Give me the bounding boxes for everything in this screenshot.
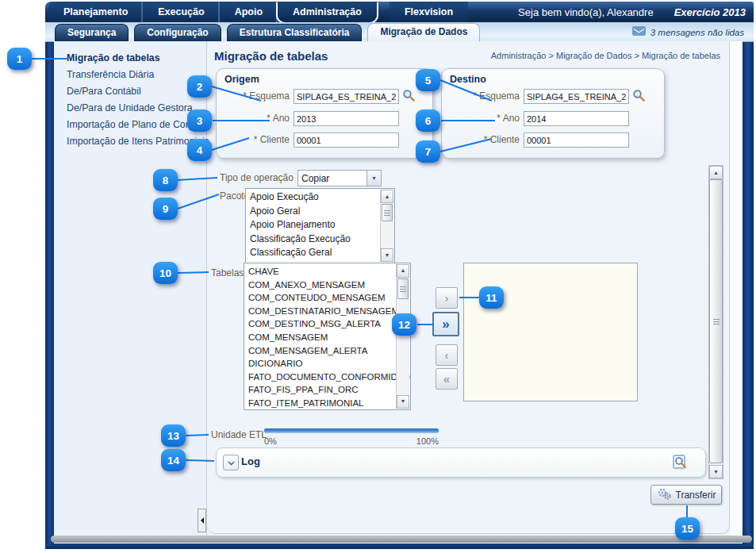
- main-scrollbar[interactable]: ▲ ▼: [708, 165, 723, 479]
- annotation-badge: 3: [187, 109, 212, 132]
- list-item[interactable]: Apoio Execução: [246, 190, 394, 205]
- list-item[interactable]: COM_DESTINATARIO_MENSAGEM: [244, 305, 410, 318]
- breadcrumb: Administração > Migração de Dados > Migr…: [444, 51, 720, 60]
- destino-cliente-label: * Cliente: [442, 134, 520, 145]
- dropdown-arrow-icon[interactable]: ▼: [366, 171, 381, 186]
- unidade-etl-label: Unidade ETL: [211, 429, 267, 440]
- tipo-operacao-select[interactable]: Copiar ▼: [297, 170, 382, 186]
- annotation-badge: 9: [153, 198, 178, 220]
- sidebar-item-depara-unidade-gestora[interactable]: De/Para de Unidade Gestora: [67, 102, 193, 113]
- tab-apoio[interactable]: Apoio: [220, 2, 278, 22]
- destino-ano-input[interactable]: [524, 111, 629, 126]
- tab-configuracao[interactable]: Configuração: [134, 24, 221, 41]
- chevron-down-icon: [228, 457, 235, 468]
- destino-esquema-search-icon[interactable]: [632, 89, 646, 102]
- annotation-badge: 7: [416, 140, 440, 163]
- transferir-label: Transferir: [676, 490, 716, 501]
- tab-execucao[interactable]: Execução: [143, 2, 219, 22]
- list-item[interactable]: COM_DESTINO_MSG_ALERTA: [244, 317, 410, 331]
- scrollbar-down-button[interactable]: ▼: [381, 248, 393, 262]
- tipo-operacao-value: Copiar: [298, 173, 366, 184]
- annotation-badge: 1: [7, 48, 32, 70]
- top-tabs: Planejamento Execução Apoio Administraçã…: [45, 2, 468, 22]
- annotation-badge: 4: [187, 139, 212, 161]
- selected-tables-listbox[interactable]: [463, 263, 638, 401]
- transferir-button[interactable]: Transferir: [650, 485, 722, 505]
- sidebar-collapse-handle[interactable]: [198, 509, 206, 532]
- move-all-right-button[interactable]: »: [432, 312, 459, 336]
- window-bottom-shadow: [51, 536, 752, 543]
- pacotes-listbox[interactable]: Apoio Execução Apoio Geral Apoio Planeja…: [245, 188, 395, 263]
- list-item[interactable]: Apoio Planejamento: [246, 218, 394, 232]
- sub-navbar: Segurança Configuração Estrutura Classif…: [45, 22, 754, 42]
- list-item[interactable]: FATO_DOCUMENTO_CONFORMIDADE: [244, 371, 410, 384]
- annotation-badge: 5: [416, 69, 440, 91]
- sidebar-item-depara-contabil[interactable]: De/Para Contábil: [67, 86, 141, 97]
- list-item[interactable]: FATO_FIS_PPA_FIN_ORC: [244, 383, 410, 397]
- tabelas-scrollbar[interactable]: ▲ ▼: [396, 264, 409, 409]
- annotation-badge: 12: [392, 313, 416, 336]
- origem-cliente-label: * Cliente: [217, 134, 290, 145]
- etl-min-label: 0%: [264, 436, 277, 446]
- tab-seguranca[interactable]: Segurança: [55, 24, 129, 41]
- pacotes-scrollbar[interactable]: ▲ ▼: [380, 190, 393, 262]
- log-search-icon[interactable]: [672, 455, 688, 470]
- tab-administracao[interactable]: Administração: [278, 2, 377, 22]
- destino-cliente-input[interactable]: [524, 132, 629, 148]
- thumb-grip-icon: [400, 286, 406, 292]
- move-right-button[interactable]: ›: [436, 287, 458, 309]
- list-item[interactable]: COM_ANEXO_MENSAGEM: [244, 278, 410, 292]
- tab-migracao-de-dados[interactable]: Migração de Dados: [367, 23, 480, 41]
- page-title: Migração de tabelas: [214, 49, 328, 63]
- list-item[interactable]: COM_MENSAGEM: [244, 331, 410, 344]
- topbar-right: Seja bem vindo(a), Alexandre Exercício 2…: [518, 2, 754, 22]
- annotation-badge: 13: [161, 424, 186, 447]
- right-gutter: [730, 41, 743, 536]
- log-collapse-button[interactable]: [223, 455, 239, 470]
- tabelas-listbox[interactable]: CHAVE COM_ANEXO_MENSAGEM COM_CONTEUDO_ME…: [244, 263, 411, 410]
- tab-flexvision[interactable]: Flexvision: [390, 2, 468, 22]
- top-navbar: Planejamento Execução Apoio Administraçã…: [45, 2, 754, 22]
- tab-estrutura-classificatoria[interactable]: Estrutura Classificatória: [227, 24, 363, 41]
- window-border-right: [743, 40, 754, 543]
- list-item[interactable]: Classificação Execução: [246, 232, 394, 247]
- window-border-bottom: [45, 543, 754, 549]
- origem-title: Origem: [224, 74, 259, 85]
- scrollbar-down-button[interactable]: ▼: [397, 395, 409, 409]
- sub-tabs: Segurança Configuração Estrutura Classif…: [45, 22, 480, 41]
- annotation-badge: 10: [153, 262, 178, 284]
- origem-esquema-search-icon[interactable]: [402, 89, 416, 102]
- scrollbar-thumb[interactable]: [709, 179, 723, 463]
- destino-esquema-input[interactable]: [524, 89, 629, 104]
- scrollbar-down-button[interactable]: ▼: [709, 465, 723, 478]
- origem-ano-input[interactable]: [294, 111, 399, 126]
- list-item[interactable]: COM_CONTEUDO_MENSAGEM: [244, 291, 410, 305]
- messages-indicator[interactable]: 3 mensagens não lidas: [632, 26, 754, 41]
- list-item[interactable]: Classificação Geral: [246, 246, 394, 260]
- origem-esquema-input[interactable]: [294, 89, 399, 104]
- list-item[interactable]: Apoio Geral: [246, 205, 394, 219]
- origem-esquema-label: * Esquema: [217, 90, 290, 102]
- origem-ano-label: * Ano: [217, 113, 290, 124]
- move-left-button[interactable]: ‹: [436, 344, 458, 366]
- origem-cliente-input[interactable]: [294, 132, 399, 148]
- annotation-badge: 15: [675, 517, 700, 540]
- move-all-left-button[interactable]: «: [436, 368, 458, 390]
- etl-progressbar: [264, 428, 439, 433]
- tab-planejamento[interactable]: Planejamento: [48, 2, 143, 22]
- envelope-icon: [632, 26, 646, 38]
- scrollbar-thumb[interactable]: [397, 278, 409, 299]
- gears-icon: [657, 487, 673, 503]
- scrollbar-up-button[interactable]: ▲: [397, 264, 409, 278]
- sidebar-item-importacao-plano-contas[interactable]: Importação de Plano de Contas: [67, 119, 204, 130]
- list-item[interactable]: COM_MENSAGEM_ALERTA: [244, 344, 410, 358]
- scrollbar-up-button[interactable]: ▲: [381, 190, 393, 203]
- list-item[interactable]: CHAVE: [244, 265, 410, 278]
- list-item[interactable]: DICIONARIO: [244, 357, 410, 371]
- collapse-left-icon: [200, 515, 205, 526]
- sidebar-item-migracao-de-tabelas[interactable]: Migração de tabelas: [67, 52, 160, 63]
- scrollbar-up-button[interactable]: ▲: [709, 166, 723, 179]
- sidebar-item-transferencia-diaria[interactable]: Transferência Diária: [67, 69, 154, 80]
- list-item[interactable]: FATO_ITEM_PATRIMONIAL: [244, 397, 410, 410]
- scrollbar-thumb[interactable]: [382, 204, 393, 221]
